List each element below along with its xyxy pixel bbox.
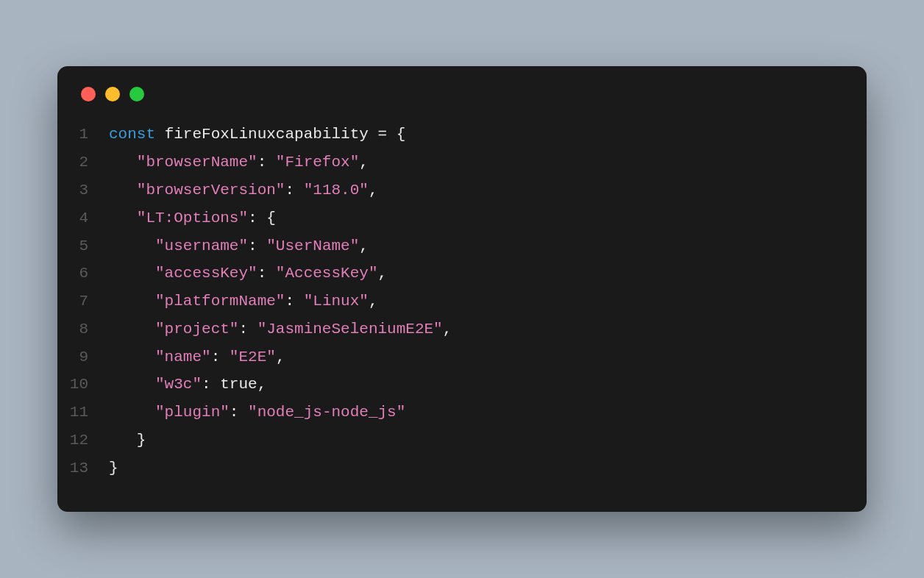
token-punct: , (369, 182, 378, 199)
token-punct: : (257, 154, 276, 171)
line-number: 7 (57, 288, 109, 315)
token-punct: , (443, 321, 452, 338)
token-str: "E2E" (230, 349, 276, 365)
code-line: 9 "name": "E2E", (57, 343, 867, 371)
token-punct: : (211, 349, 230, 365)
token-str: "UserName" (266, 238, 359, 254)
code-line: 12 } (57, 427, 867, 454)
code-editor[interactable]: 1const fireFoxLinuxcapability = {2 "brow… (57, 121, 867, 482)
line-content: const fireFoxLinuxcapability = { (109, 121, 405, 149)
line-number: 3 (57, 176, 109, 204)
token-punct: } (137, 432, 146, 449)
token-punct: : (285, 293, 303, 310)
window-controls (57, 87, 867, 101)
line-content: "LT:Options": { (109, 204, 276, 232)
line-content: "platformName": "Linux", (109, 288, 378, 315)
line-content: "accessKey": "AccessKey", (109, 260, 387, 288)
code-line: 2 "browserName": "Firefox", (57, 149, 867, 176)
token-str: "AccessKey" (276, 265, 378, 282)
code-line: 6 "accessKey": "AccessKey", (57, 260, 867, 288)
line-content: "project": "JasmineSeleniumE2E", (109, 315, 452, 343)
line-content: "plugin": "node_js-node_js" (109, 399, 405, 427)
maximize-button[interactable] (129, 87, 144, 101)
token-kw: const (109, 126, 155, 143)
token-punct: , (257, 376, 267, 393)
line-content: } (109, 427, 146, 454)
token-str: "118.0" (304, 182, 369, 199)
line-number: 6 (57, 260, 109, 288)
token-str: "username" (155, 238, 248, 254)
token-punct: : (257, 265, 276, 282)
token-punct: , (359, 154, 369, 171)
line-number: 4 (57, 204, 109, 232)
code-line: 13} (57, 454, 867, 482)
line-number: 1 (57, 121, 109, 149)
line-number: 13 (57, 454, 109, 482)
token-punct: : (230, 404, 248, 421)
token-punct: : (285, 182, 303, 199)
token-str: "project" (155, 321, 238, 338)
line-content: "name": "E2E", (109, 343, 285, 371)
line-content: "browserName": "Firefox", (109, 149, 369, 176)
token-str: "browserVersion" (137, 182, 285, 199)
token-punct: : (238, 321, 257, 338)
line-content: "username": "UserName", (109, 232, 369, 260)
code-window: 1const fireFoxLinuxcapability = {2 "brow… (57, 66, 867, 511)
token-punct: } (109, 460, 118, 477)
token-bool: true (220, 376, 257, 393)
token-str: "platformName" (155, 293, 285, 310)
code-line: 7 "platformName": "Linux", (57, 288, 867, 315)
line-number: 9 (57, 343, 109, 371)
token-punct: , (377, 265, 387, 282)
token-str: "Firefox" (276, 154, 359, 171)
close-button[interactable] (81, 87, 96, 101)
code-line: 5 "username": "UserName", (57, 232, 867, 260)
code-line: 4 "LT:Options": { (57, 204, 867, 232)
line-number: 10 (57, 371, 109, 399)
token-str: "Linux" (304, 293, 369, 310)
token-ident: fireFoxLinuxcapability (165, 126, 369, 143)
token-punct: , (276, 349, 285, 365)
token-punct: , (359, 238, 369, 254)
code-line: 11 "plugin": "node_js-node_js" (57, 399, 867, 427)
token-punct: , (369, 293, 378, 310)
code-line: 3 "browserVersion": "118.0", (57, 176, 867, 204)
token-str: "LT:Options" (137, 210, 248, 226)
token-punct (155, 126, 165, 143)
line-number: 5 (57, 232, 109, 260)
token-punct: = { (369, 126, 405, 143)
code-line: 1const fireFoxLinuxcapability = { (57, 121, 867, 149)
token-str: "node_js-node_js" (248, 404, 405, 421)
minimize-button[interactable] (105, 87, 120, 101)
line-number: 12 (57, 427, 109, 454)
token-punct: : (202, 376, 220, 393)
line-number: 11 (57, 399, 109, 427)
line-number: 8 (57, 315, 109, 343)
token-punct: : { (248, 210, 276, 226)
token-str: "JasmineSeleniumE2E" (257, 321, 443, 338)
code-line: 10 "w3c": true, (57, 371, 867, 399)
line-number: 2 (57, 149, 109, 176)
token-str: "name" (155, 349, 211, 365)
token-str: "accessKey" (155, 265, 257, 282)
line-content: } (109, 454, 118, 482)
token-punct: : (248, 238, 266, 254)
token-str: "browserName" (137, 154, 257, 171)
token-str: "plugin" (155, 404, 230, 421)
token-str: "w3c" (155, 376, 202, 393)
line-content: "w3c": true, (109, 371, 266, 399)
line-content: "browserVersion": "118.0", (109, 176, 378, 204)
code-line: 8 "project": "JasmineSeleniumE2E", (57, 315, 867, 343)
